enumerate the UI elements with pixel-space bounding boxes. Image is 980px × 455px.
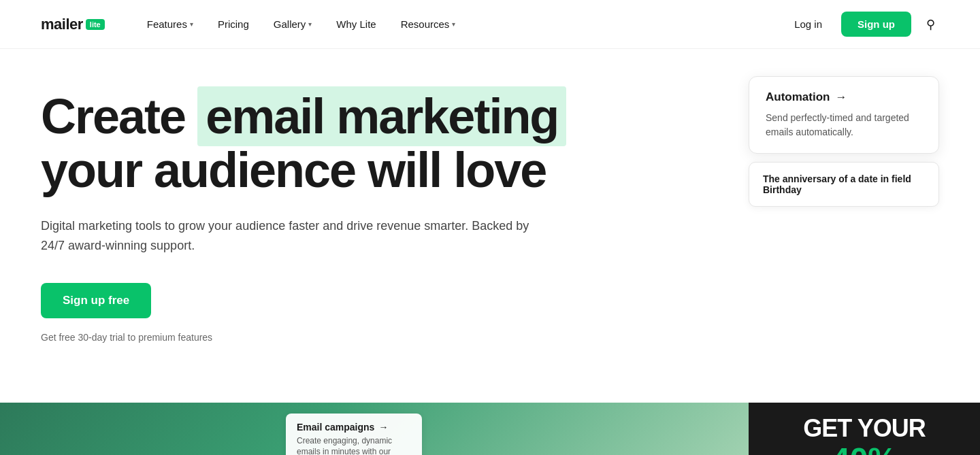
arrow-icon: → — [378, 422, 388, 433]
headline-part1: Create — [41, 89, 197, 144]
hero-right-panel: Automation → Send perfectly-timed and ta… — [749, 76, 980, 207]
chevron-down-icon: ▾ — [452, 20, 455, 28]
get-your-badge: GET YOUR 40% — [749, 403, 980, 455]
hero-section: Create email marketing your audience wil… — [0, 49, 980, 375]
chevron-down-icon: ▾ — [308, 20, 312, 28]
hero-subtext: Digital marketing tools to grow your aud… — [41, 216, 551, 256]
chevron-down-icon: ▾ — [190, 20, 193, 28]
nav-actions: Log in Sign up ⚲ — [786, 12, 939, 37]
email-campaigns-title: Email campaigns → — [297, 422, 411, 433]
email-campaigns-description: Create engaging, dynamic emails in minut… — [297, 435, 411, 455]
trigger-card: The anniversary of a date in field Birth… — [749, 162, 939, 207]
nav-gallery[interactable]: Gallery ▾ — [264, 13, 322, 35]
hero-cta-note: Get free 30-day trial to premium feature… — [41, 332, 939, 343]
nav-resources[interactable]: Resources ▾ — [391, 13, 466, 35]
logo-badge: lite — [86, 19, 105, 30]
nav-why-lite[interactable]: Why Lite — [327, 13, 385, 35]
automation-card: Automation → Send perfectly-timed and ta… — [749, 76, 939, 154]
navbar: mailer lite Features ▾ Pricing Gallery ▾… — [0, 0, 980, 49]
email-campaigns-card: Email campaigns → Create engaging, dynam… — [286, 414, 422, 455]
trigger-field-name: Birthday — [763, 184, 802, 195]
arrow-icon: → — [835, 90, 847, 104]
get-your-label: GET YOUR — [803, 416, 925, 441]
logo-text: mailer — [41, 16, 83, 33]
nav-features[interactable]: Features ▾ — [137, 13, 203, 35]
search-icon[interactable]: ⚲ — [922, 13, 939, 36]
logo[interactable]: mailer lite — [41, 16, 105, 33]
signup-button[interactable]: Sign up — [841, 12, 911, 37]
automation-description: Send perfectly-timed and targeted emails… — [766, 111, 922, 139]
hero-signup-button[interactable]: Sign up free — [41, 283, 151, 318]
get-your-percent: 40% — [803, 441, 925, 456]
nav-pricing[interactable]: Pricing — [208, 13, 259, 35]
nav-links: Features ▾ Pricing Gallery ▾ Why Lite Re… — [137, 13, 786, 35]
hero-headline: Create email marketing your audience wil… — [41, 90, 653, 197]
automation-title: Automation → — [766, 90, 922, 104]
trigger-text: The anniversary of a date in field — [763, 173, 911, 184]
headline-part2: your audience will love — [41, 143, 546, 197]
login-button[interactable]: Log in — [786, 13, 830, 35]
bottom-section: Email campaigns → Create engaging, dynam… — [0, 403, 980, 455]
headline-highlight: email marketing — [197, 86, 566, 146]
